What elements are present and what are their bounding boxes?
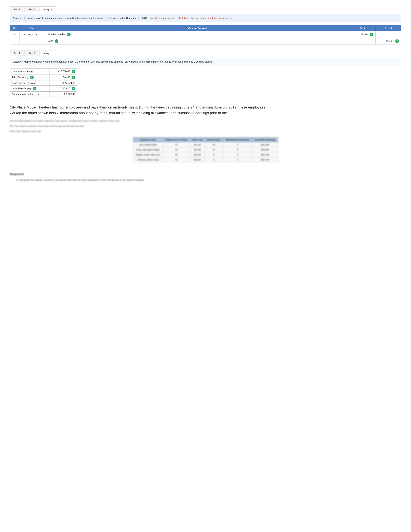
required-text: a. Compute the regular, overtime, and gr…: [16, 178, 401, 182]
cell-date-2: [19, 38, 45, 44]
cell-date-1: Dec. 31, 2019: [19, 31, 45, 38]
check-icon-e3v: ✓: [72, 87, 75, 90]
cell-journal-2: Cash ✓: [45, 38, 350, 44]
tab-bar-2: Req 1 Req 2 Analyze: [10, 50, 401, 56]
tab-req2-s1[interactable]: Req 2: [25, 6, 39, 12]
instruction-orange-1: (Round your intermediate calculations an…: [149, 17, 232, 19]
cell-no-2: [10, 38, 19, 44]
table-row: Rose, Bernique Freight 40 $12.80 M 0 $36…: [133, 147, 278, 152]
check-icon-e3: ✓: [33, 87, 37, 90]
instruction-text-1: Assuming the weekly payroll has been rec…: [13, 17, 148, 19]
table-row: 1 Dec. 31, 2019 Salaries payable ✓ 223.0…: [10, 31, 401, 38]
blurred-cell: 31: [163, 157, 190, 162]
earnings-table: Cumulative earnings $ 27,000.00 ✓ Add: G…: [10, 68, 77, 97]
cell-debit-2: [350, 38, 375, 44]
analyze-orange: (Round your intermediate calculations an…: [131, 60, 213, 63]
earnings-value-1: 544.68 ✓: [49, 75, 77, 80]
earnings-row-3: Less: Regular pay ✓ 25,459.20 ✓: [10, 86, 77, 92]
blurred-cell: Johnson, Allison Soto: [133, 157, 163, 162]
tab-analyze-s2[interactable]: Analyze: [39, 50, 56, 56]
blurred-cell: 1: [223, 152, 252, 157]
blurred-cell: $11.40: [190, 142, 205, 147]
section1: Req 1 Req 2 Analyze Assuming the weekly …: [10, 6, 401, 45]
tab-req1-s2[interactable]: Req 1: [10, 50, 24, 56]
blurred-line-3: times their regular hourly rate.: [10, 129, 401, 133]
cell-credit-1: [375, 31, 401, 38]
blurred-cell: $34,200: [252, 152, 278, 157]
cell-debit-1: 223.01 ✓: [350, 31, 375, 38]
check-icon-2: ✓: [370, 33, 373, 36]
earnings-value-4: $ 2,085.48: [49, 92, 77, 97]
tab-req1-s1[interactable]: Req 1: [10, 6, 24, 12]
col-date: Date: [19, 25, 45, 31]
check-icon-e1: ✓: [30, 76, 34, 79]
cell-no-1: 1: [10, 31, 19, 38]
check-icon-e0: ✓: [72, 70, 75, 73]
col-no: No: [10, 25, 19, 31]
table-row: Johnson, Allison Soto 31 $20.80 S 2 $52,…: [133, 157, 278, 162]
blurred-cell: M: [205, 147, 223, 152]
paragraph-text: City Place Movie Theaters has four emplo…: [10, 104, 268, 116]
earnings-label-4: Overtime pay for the year: [10, 92, 49, 97]
earnings-label-0: Cumulative earnings: [10, 68, 49, 75]
blurred-cell: $52,200: [252, 157, 278, 162]
blurred-col-allowances: Withholding Allowances: [223, 137, 252, 142]
col-debit: Debit: [350, 25, 375, 31]
required-heading: Required: [10, 172, 401, 176]
table-row: Wright, Frank Calvo Lisa 42 $12.80 S 1 $…: [133, 152, 278, 157]
blurred-cell: S: [205, 152, 223, 157]
blurred-cell: $41,000: [252, 142, 278, 147]
blurred-col-earnings: Cumulative Earnings: [252, 137, 278, 142]
blurred-cell: $20.80: [190, 157, 205, 162]
analyze-text: Based on Kathy’s cumulative earnings thr…: [13, 60, 130, 63]
blurred-cell: Rose, Bernique Freight: [133, 147, 163, 152]
blurred-cell: 1: [223, 142, 252, 147]
section2: Req 1 Req 2 Analyze Based on Kathy’s cum…: [10, 50, 401, 97]
blurred-cell: Wright, Frank Calvo Lisa: [133, 152, 163, 157]
blurred-col-rate: Hours rate: [190, 137, 205, 142]
blurred-cell: $36,000: [252, 147, 278, 152]
tab-req2-s2[interactable]: Req 2: [25, 50, 39, 56]
instruction-box-1: Assuming the weekly payroll has been rec…: [10, 14, 401, 22]
blurred-col-name: Employee name: [133, 137, 163, 142]
blurred-line-2: fill in the week's overtime hours and ov…: [10, 124, 401, 128]
cell-credit-2: 223.01 ✓: [375, 38, 401, 44]
check-icon-e1v: ✓: [72, 76, 75, 79]
earnings-row-2: Gross pay for the year $ 27,544.68: [10, 80, 77, 86]
earnings-value-2: $ 27,544.68: [49, 80, 77, 86]
blurred-cell: 47: [163, 142, 190, 147]
blurred-cell: 42: [163, 152, 190, 157]
cell-journal-1: Salaries payable ✓: [45, 31, 350, 38]
blurred-line-1: current week (before this week's payroll…: [10, 119, 401, 123]
tab-analyze-s1[interactable]: Analyze: [39, 6, 56, 12]
check-icon-4: ✓: [395, 39, 399, 43]
earnings-label-1: Add: Gross pay ✓: [10, 75, 49, 80]
tab-bar-1: Req 1 Req 2 Analyze: [10, 6, 401, 12]
required-section: Required a. Compute the regular, overtim…: [10, 172, 401, 182]
blurred-cell: $12.80: [190, 147, 205, 152]
earnings-row-0: Cumulative earnings $ 27,000.00 ✓: [10, 68, 77, 75]
blurred-section: current week (before this week's payroll…: [10, 119, 401, 162]
main-paragraph: City Place Movie Theaters has four emplo…: [10, 104, 268, 116]
table-row: Cash ✓ 223.01 ✓: [10, 38, 401, 44]
earnings-label-2: Gross pay for the year: [10, 80, 49, 86]
earnings-row-1: Add: Gross pay ✓ 544.68 ✓: [10, 75, 77, 80]
earnings-row-4: Overtime pay for the year $ 2,085.48: [10, 92, 77, 97]
blurred-cell: 2: [223, 157, 252, 162]
check-icon-1: ✓: [67, 33, 71, 36]
blurred-cell: S: [205, 157, 223, 162]
col-credit: Credit: [375, 25, 401, 31]
blurred-col-status: Marital Status: [205, 137, 223, 142]
earnings-value-3: 25,459.20 ✓: [49, 86, 77, 92]
blurred-col-hours: Regular hours worked: [163, 137, 190, 142]
journal-table: No Date General Journal Debit Credit 1 D…: [10, 25, 401, 45]
earnings-label-3: Less: Regular pay ✓: [10, 86, 49, 92]
analyze-instruction: Based on Kathy’s cumulative earnings thr…: [10, 58, 401, 66]
blurred-table: Employee name Regular hours worked Hours…: [133, 137, 278, 162]
blurred-cell: 0: [223, 147, 252, 152]
blurred-cell: 40: [163, 147, 190, 152]
earnings-value-0: $ 27,000.00 ✓: [49, 68, 77, 75]
table-row: Ana, Andrea Diaz 47 $11.40 M 1 $41,000: [133, 142, 278, 147]
check-icon-3: ✓: [55, 39, 58, 43]
col-general-journal: General Journal: [45, 25, 350, 31]
